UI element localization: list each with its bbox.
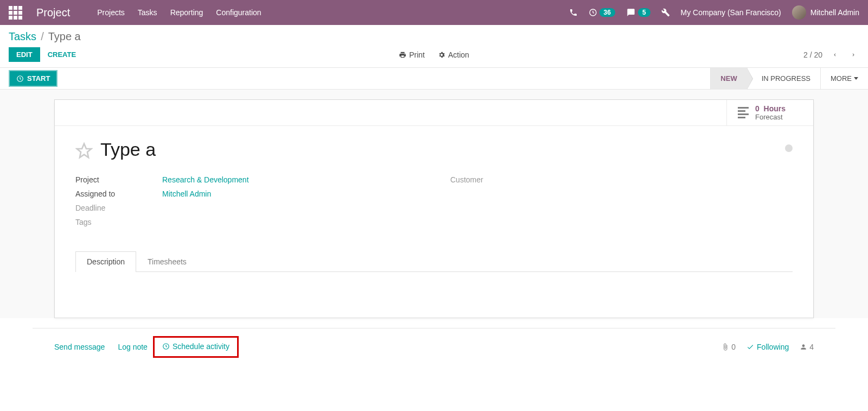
assigned-label: Assigned to [75,189,162,198]
breadcrumb-root[interactable]: Tasks [9,30,36,43]
breadcrumb-separator: / [41,30,44,43]
project-value[interactable]: Research & Development [162,175,249,184]
print-button[interactable]: Print [399,50,425,59]
pager-prev[interactable] [829,48,841,61]
messages-icon[interactable]: 5 [626,8,650,17]
paperclip-icon [722,343,729,351]
notebook-tabs: Description Timesheets [75,251,793,272]
create-button[interactable]: CREATE [40,47,84,62]
stage-new[interactable]: NEW [710,68,746,90]
clock-icon [16,75,24,83]
pager-next[interactable] [847,48,859,61]
followers-button[interactable]: 4 [800,343,814,351]
deadline-label: Deadline [75,204,162,212]
print-icon [399,51,406,59]
pager-count[interactable]: 2 / 20 [803,50,822,59]
stage-more-dropdown[interactable]: MORE [820,68,868,90]
project-label: Project [75,175,162,184]
user-menu[interactable]: Mitchell Admin [792,5,859,20]
nav-projects[interactable]: Projects [97,8,125,17]
task-title: Type a [100,139,156,160]
avatar-icon [792,5,806,20]
nav-reporting[interactable]: Reporting [170,8,203,17]
activities-badge: 36 [599,8,615,17]
send-message-button[interactable]: Send message [54,343,105,351]
stage-in-progress[interactable]: IN PROGRESS [747,68,820,90]
breadcrumb-current: Type a [48,30,81,43]
nav-menu: Projects Tasks Reporting Configuration [97,8,261,17]
clock-icon [162,343,170,350]
check-icon [746,343,754,351]
user-icon [800,343,807,351]
apps-launcher-icon[interactable] [9,6,22,20]
messages-badge: 5 [638,8,650,17]
top-navbar: Project Projects Tasks Reporting Configu… [0,0,868,25]
app-title[interactable]: Project [36,7,70,19]
chatter-bar: Send message Log note Schedule activity … [33,328,835,365]
stat-hours-forecast[interactable]: 0 Hours Forecast [726,100,813,125]
tab-description[interactable]: Description [75,251,136,272]
caret-down-icon [854,77,858,80]
tools-icon[interactable] [661,8,670,17]
nav-tasks[interactable]: Tasks [138,8,157,17]
form-sheet: 0 Hours Forecast Type a Project Research… [54,99,814,318]
gear-icon [438,51,445,59]
company-selector[interactable]: My Company (San Francisco) [681,8,781,17]
tab-timesheets[interactable]: Timesheets [136,251,198,271]
following-button[interactable]: Following [746,343,789,351]
activities-icon[interactable]: 36 [589,8,615,17]
highlight-annotation: Schedule activity [153,336,239,358]
log-note-button[interactable]: Log note [118,343,148,351]
phone-icon[interactable] [569,8,578,17]
customer-label: Customer [450,175,537,184]
schedule-activity-button[interactable]: Schedule activity [162,342,229,351]
edit-button[interactable]: EDIT [9,47,40,62]
assigned-value[interactable]: Mitchell Admin [162,189,211,198]
nav-configuration[interactable]: Configuration [216,8,261,17]
breadcrumb: Tasks / Type a [9,30,81,43]
attachments-button[interactable]: 0 [722,343,736,351]
priority-star-icon[interactable] [75,140,93,160]
chevron-right-icon [851,51,856,59]
tasks-icon [738,107,749,118]
action-dropdown[interactable]: Action [438,50,469,59]
tags-label: Tags [75,218,162,226]
start-button[interactable]: START [9,70,58,87]
chevron-left-icon [832,51,838,59]
user-name: Mitchell Admin [810,8,859,17]
kanban-state-icon[interactable] [785,144,793,152]
tab-content [75,272,793,305]
